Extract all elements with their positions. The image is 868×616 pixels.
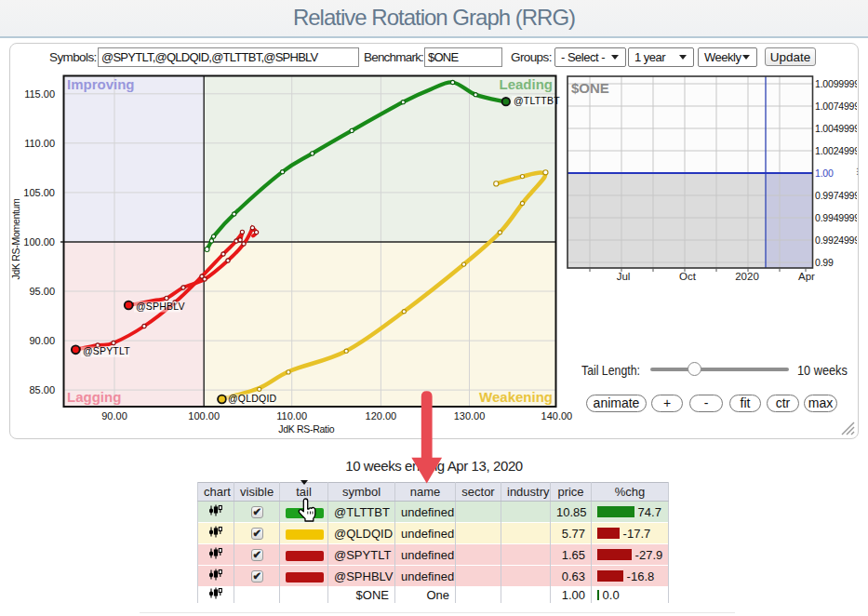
svg-text:1.0074999999: 1.0074999999 — [815, 100, 868, 112]
svg-text:110.00: 110.00 — [24, 138, 55, 149]
svg-text:90.00: 90.00 — [101, 410, 127, 422]
svg-text:0.9949999999: 0.9949999999 — [815, 212, 868, 223]
svg-text:1.0049999999: 1.0049999999 — [815, 123, 868, 134]
svg-text:Jul: Jul — [617, 271, 631, 282]
svg-text:Apr: Apr — [798, 271, 815, 282]
svg-text:1.0099999999: 1.0099999999 — [815, 78, 868, 89]
svg-text:@TLTTBT: @TLTTBT — [514, 95, 560, 106]
svg-text:120.00: 120.00 — [366, 410, 397, 422]
svg-text:100.00: 100.00 — [23, 236, 55, 248]
svg-text:@QLDQID: @QLDQID — [228, 393, 277, 404]
svg-text:JdK RS-Ratio: JdK RS-Ratio — [278, 423, 334, 435]
svg-text:Lagging: Lagging — [67, 389, 121, 405]
svg-text:Weakening: Weakening — [479, 389, 553, 405]
svg-text:95.00: 95.00 — [29, 286, 55, 297]
svg-text:130.00: 130.00 — [454, 410, 486, 422]
svg-text:2020: 2020 — [735, 271, 759, 282]
svg-text:1.0024999999: 1.0024999999 — [815, 145, 868, 156]
svg-text:110.00: 110.00 — [276, 410, 307, 422]
svg-text:0.9974999999: 0.9974999999 — [815, 190, 868, 201]
svg-text:100.00: 100.00 — [188, 410, 220, 422]
svg-text:Improving: Improving — [67, 76, 135, 92]
svg-text:90.00: 90.00 — [29, 335, 55, 346]
svg-text:0.99: 0.99 — [815, 257, 834, 268]
svg-text:85.00: 85.00 — [29, 384, 55, 395]
svg-text:1.00: 1.00 — [815, 167, 834, 179]
svg-text:JdK RS-Momentum: JdK RS-Momentum — [10, 198, 21, 280]
svg-text:105.00: 105.00 — [23, 187, 55, 198]
svg-text:Leading: Leading — [499, 76, 553, 92]
svg-text:140.00: 140.00 — [541, 410, 573, 422]
svg-text:$ONE: $ONE — [571, 80, 609, 96]
svg-text:0.9924999999: 0.9924999999 — [815, 234, 868, 246]
svg-text:@SPHBLV: @SPHBLV — [136, 301, 185, 312]
svg-text:@SPYTLT: @SPYTLT — [83, 345, 130, 356]
svg-text:⋮: ⋮ — [853, 167, 861, 176]
svg-text:115.00: 115.00 — [24, 88, 55, 100]
svg-text:Oct: Oct — [679, 271, 697, 282]
